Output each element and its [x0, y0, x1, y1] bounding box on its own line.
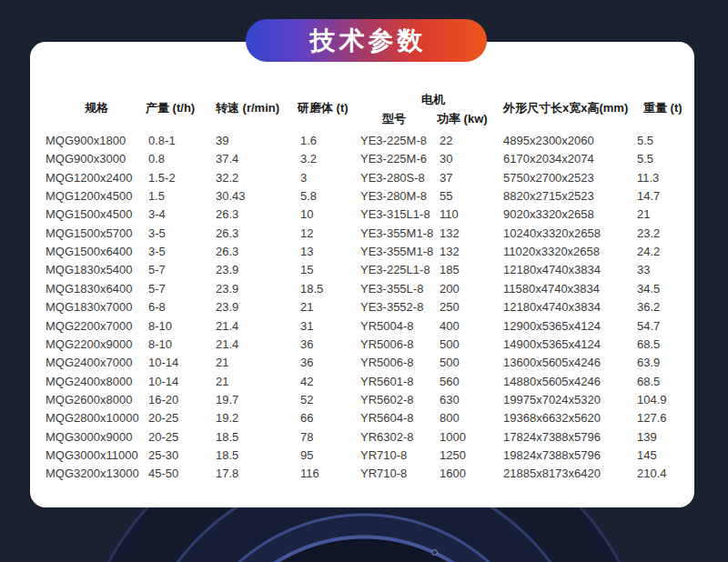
- cell-output: 25-30: [148, 447, 178, 465]
- table-row: MQG3000x11000 25-30 18.5 95 YR710-8 1250…: [30, 447, 694, 465]
- cell-motor-power: 250: [440, 298, 460, 316]
- cell-grinding: 18.5: [300, 280, 323, 298]
- cell-speed: 23.9: [216, 261, 238, 279]
- cell-dimensions: 12900x5365x4124: [503, 317, 601, 336]
- cell-speed: 21: [216, 373, 228, 391]
- cell-speed: 30.43: [216, 187, 246, 206]
- cell-dimensions: 19824x7388x5796: [503, 447, 601, 465]
- cell-weight: 145: [637, 447, 657, 465]
- table-row: MQG2200x7000 8-10 21.4 31 YR5004-8 400 1…: [30, 317, 694, 336]
- cell-spec: MQG1200x2400: [46, 169, 132, 187]
- cell-grinding: 52: [300, 391, 313, 409]
- cell-output: 3-4: [148, 206, 166, 224]
- cell-grinding: 116: [300, 465, 319, 483]
- cell-spec: MQG3200x13000: [46, 465, 139, 483]
- cell-weight: 68.5: [637, 373, 660, 391]
- cell-dimensions: 12180x4740x3834: [503, 298, 601, 316]
- cell-motor-power: 55: [440, 187, 452, 206]
- cell-motor-model: YE3-355M1-8: [360, 243, 433, 261]
- cell-dimensions: 19975x7024x5320: [503, 391, 601, 409]
- cell-spec: MQG1500x5700: [46, 225, 132, 243]
- cell-motor-model: YE3-3552-8: [360, 298, 423, 316]
- table-row: MQG1200x4500 1.5 30.43 5.8 YE3-280M-8 55…: [30, 187, 694, 206]
- cell-motor-model: YE3-315L1-8: [360, 206, 430, 224]
- cell-motor-model: YE3-225M-8: [360, 132, 427, 150]
- cell-speed: 21: [216, 354, 228, 372]
- cell-output: 20-25: [148, 428, 178, 447]
- table-row: MQG900x3000 0.8 37.4 3.2 YE3-225M-6 30 6…: [30, 150, 694, 168]
- cell-dimensions: 5750x2700x2523: [503, 169, 594, 187]
- cell-speed: 19.2: [216, 409, 238, 427]
- table-row: MQG1830x5400 5-7 23.9 15 YE3-225L1-8 185…: [30, 261, 694, 279]
- cell-weight: 210.4: [637, 465, 667, 483]
- cell-spec: MQG900x3000: [46, 150, 126, 168]
- cell-grinding: 95: [300, 447, 313, 465]
- cell-weight: 11.3: [637, 169, 659, 187]
- table-row: MQG1830x7000 6-8 23.9 21 YE3-3552-8 250 …: [30, 298, 694, 316]
- cell-motor-power: 132: [440, 243, 460, 261]
- cell-dimensions: 10240x3320x2658: [503, 225, 601, 243]
- cell-output: 1.5: [148, 187, 165, 206]
- cell-speed: 17.8: [216, 465, 238, 483]
- cell-motor-power: 630: [440, 391, 460, 409]
- cell-motor-model: YR5006-8: [360, 336, 414, 354]
- cell-grinding: 31: [300, 317, 313, 336]
- cell-weight: 5.5: [637, 150, 653, 168]
- cell-motor-model: YE3-280S-8: [360, 169, 425, 187]
- cell-spec: MQG2800x10000: [46, 409, 139, 427]
- cell-dimensions: 14900x5365x4124: [503, 336, 601, 354]
- cell-speed: 26.3: [216, 206, 238, 224]
- cell-weight: 139: [637, 428, 657, 447]
- cell-output: 10-14: [148, 373, 178, 391]
- cell-output: 8-10: [148, 317, 172, 336]
- cell-motor-power: 500: [440, 336, 460, 354]
- cell-spec: MQG1500x6400: [46, 243, 132, 261]
- cell-speed: 26.3: [216, 225, 238, 243]
- cell-speed: 39: [216, 132, 228, 150]
- cell-grinding: 10: [300, 206, 313, 224]
- cell-motor-power: 185: [440, 261, 460, 279]
- page-background: 规格 产量 (t/h) 转速 (r/min) 研磨体 (t) 电机 型号 功率 …: [0, 0, 728, 562]
- cell-motor-model: YR5006-8: [360, 354, 414, 372]
- cell-dimensions: 11020x3320x2658: [503, 243, 600, 261]
- cell-spec: MQG1830x6400: [46, 280, 132, 298]
- cell-speed: 21.4: [216, 336, 238, 354]
- cell-spec: MQG2200x7000: [46, 317, 132, 336]
- cell-dimensions: 4895x2300x2060: [503, 132, 594, 150]
- ring-dot-decoration: [431, 549, 438, 556]
- cell-motor-power: 200: [440, 280, 460, 298]
- table-row: MQG3200x13000 45-50 17.8 116 YR710-8 160…: [30, 465, 694, 483]
- cell-motor-model: YE3-355M1-8: [360, 225, 433, 243]
- table-row: MQG2800x10000 20-25 19.2 66 YR5604-8 800…: [30, 409, 694, 427]
- cell-output: 16-20: [148, 391, 178, 409]
- cell-speed: 18.5: [216, 428, 238, 447]
- cell-grinding: 12: [300, 225, 313, 243]
- cell-motor-model: YE3-225L1-8: [360, 261, 430, 279]
- cell-spec: MQG1200x4500: [46, 187, 132, 206]
- table-row: MQG1500x4500 3-4 26.3 10 YE3-315L1-8 110…: [30, 206, 694, 224]
- table-row: MQG2200x9000 8-10 21.4 36 YR5006-8 500 1…: [30, 336, 694, 354]
- cell-weight: 33: [637, 261, 650, 279]
- cell-motor-power: 560: [440, 373, 460, 391]
- cell-output: 8-10: [148, 336, 172, 354]
- table-row: MQG1830x6400 5-7 23.9 18.5 YE3-355L-8 20…: [30, 280, 694, 298]
- cell-speed: 37.4: [216, 150, 238, 168]
- cell-weight: 34.5: [637, 280, 660, 298]
- table-row: MQG3000x9000 20-25 18.5 78 YR6302-8 1000…: [30, 428, 694, 447]
- cell-speed: 21.4: [216, 317, 238, 336]
- cell-weight: 24.2: [637, 243, 660, 261]
- cell-motor-power: 37: [440, 169, 452, 187]
- cell-weight: 21: [637, 206, 650, 224]
- cell-spec: MQG2600x8000: [46, 391, 132, 409]
- cell-motor-model: YR5601-8: [360, 373, 414, 391]
- cell-motor-model: YR6302-8: [360, 428, 414, 447]
- cell-output: 1.5-2: [148, 169, 176, 187]
- cell-grinding: 3.2: [300, 150, 317, 168]
- spec-table-card: 规格 产量 (t/h) 转速 (r/min) 研磨体 (t) 电机 型号 功率 …: [30, 42, 694, 507]
- cell-dimensions: 14880x5605x4246: [503, 373, 601, 391]
- cell-grinding: 36: [300, 336, 313, 354]
- cell-dimensions: 6170x2034x2074: [503, 150, 594, 168]
- table-row: MQG2400x7000 10-14 21 36 YR5006-8 500 13…: [30, 354, 694, 372]
- table-body: MQG900x1800 0.8-1 39 1.6 YE3-225M-8 22 4…: [30, 42, 694, 507]
- cell-motor-power: 800: [440, 409, 460, 427]
